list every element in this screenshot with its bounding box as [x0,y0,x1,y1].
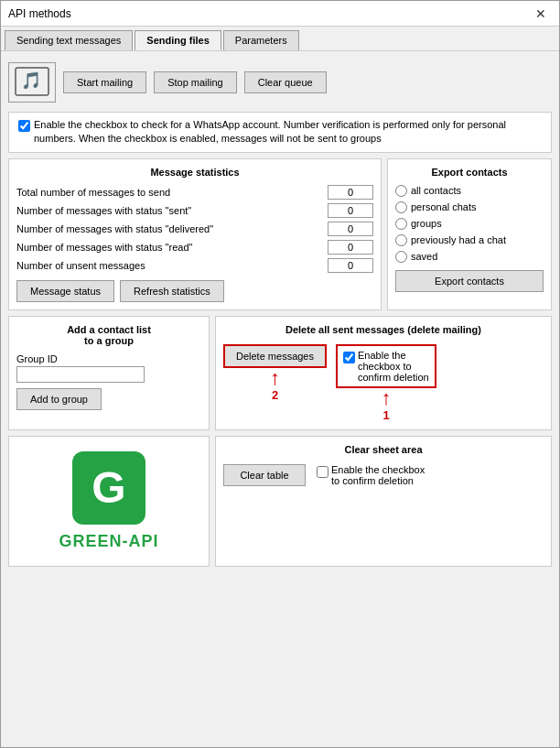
stat-label-1: Number of messages with status "sent" [16,205,191,216]
verification-label: Enable the checkbox to check for a Whats… [34,118,542,146]
export-radio-0[interactable] [395,185,407,197]
export-label-2: groups [411,218,442,229]
export-title: Export contacts [395,167,544,178]
confirm-deletion-checkbox[interactable] [343,352,355,363]
tab-sending-text[interactable]: Sending text messages [5,30,133,50]
stat-value-3[interactable] [328,240,373,255]
title-bar: API methods ✕ [1,1,559,27]
arrow-down-icon: ↑ [382,388,392,408]
stop-mailing-button[interactable]: Stop mailing [154,71,237,93]
clear-confirm-checkbox[interactable] [317,466,328,478]
green-api-label: GREEN-API [59,532,158,551]
add-to-group-panel: Add a contact list to a group Group ID A… [8,316,210,430]
export-panel: Export contacts all contacts personal ch… [387,158,552,310]
tab-parameters[interactable]: Parameters [223,30,299,50]
add-to-group-button[interactable]: Add to group [16,388,102,410]
main-window: API methods ✕ Sending text messages Send… [0,0,560,748]
stats-title: Message statistics [16,167,373,178]
export-radio-2[interactable] [395,218,407,230]
confirm-deletion-label: Enable the checkbox to confirm deletion [358,350,429,383]
stat-value-0[interactable] [328,185,373,200]
stat-row-2: Number of messages with status "delivere… [16,222,373,236]
clear-panel: Clear sheet area Clear table Enable the … [215,436,552,567]
arrow-up-icon: ↑ [270,368,280,388]
export-radio-3[interactable] [395,234,407,246]
stat-value-2[interactable] [328,222,373,236]
clear-area: Clear table Enable the checkbox to confi… [223,464,544,486]
clear-confirm-label: Enable the checkbox to confirm deletion [331,464,426,486]
delete-area: Delete messages ↑ 2 Enable the checkbox … [223,344,544,422]
export-label-3: previously had a chat [411,234,506,245]
stats-buttons: Message status Refresh statistics [16,280,373,302]
stat-value-4[interactable] [328,258,373,273]
clear-panel-title: Clear sheet area [223,444,544,455]
contact-panel-title: Add a contact list to a group [16,324,201,346]
message-status-button[interactable]: Message status [16,280,114,302]
export-radio-1[interactable] [395,201,407,213]
export-option-3: previously had a chat [395,234,544,246]
main-content: 🎵 Start mailing Stop mailing Clear queue… [1,51,559,747]
export-label-0: all contacts [411,185,461,196]
svg-text:🎵: 🎵 [21,70,42,91]
stats-panel: Message statistics Total number of messa… [8,158,382,310]
clear-table-button[interactable]: Clear table [223,464,306,486]
delete-panel: Delete all sent messages (delete mailing… [215,316,552,430]
export-option-2: groups [395,218,544,230]
close-button[interactable]: ✕ [530,5,552,23]
stat-label-3: Number of messages with status "read" [16,242,192,253]
app-logo-icon: 🎵 [8,62,56,103]
start-mailing-button[interactable]: Start mailing [63,71,146,93]
verification-checkbox[interactable] [18,120,30,132]
bottom-panels-row2: G GREEN-API Clear sheet area Clear table… [8,436,552,567]
green-g-logo: G [72,451,145,525]
export-radio-4[interactable] [395,251,407,263]
arrow1-label: 1 [382,408,389,422]
stat-row-1: Number of messages with status "sent" [16,203,373,218]
stat-value-1[interactable] [328,203,373,218]
group-id-input[interactable] [16,366,145,383]
export-label-1: personal chats [411,201,477,212]
logo-section: G GREEN-API [8,436,210,567]
stat-row-3: Number of messages with status "read" [16,240,373,255]
tab-sending-files[interactable]: Sending files [135,30,221,50]
stat-label-2: Number of messages with status "delivere… [16,223,213,234]
stat-row-0: Total number of messages to send [16,185,373,200]
stat-row-4: Number of unsent messages [16,258,373,273]
stats-export-panels: Message statistics Total number of messa… [8,158,552,310]
arrow2-label: 2 [272,388,278,402]
export-contacts-button[interactable]: Export contacts [395,270,544,292]
clear-confirm-section: Enable the checkbox to confirm deletion [317,464,426,486]
confirm-deletion-box: Enable the checkbox to confirm deletion [336,344,436,388]
group-id-label: Group ID [16,353,201,364]
tabs-bar: Sending text messages Sending files Para… [1,27,559,51]
bottom-panels-row1: Add a contact list to a group Group ID A… [8,316,552,430]
stat-label-4: Number of unsent messages [16,260,145,271]
stat-label-0: Total number of messages to send [16,187,170,198]
clear-queue-button[interactable]: Clear queue [244,71,327,93]
delete-messages-button[interactable]: Delete messages [223,344,327,368]
refresh-statistics-button[interactable]: Refresh statistics [120,280,224,302]
window-title: API methods [8,7,71,20]
delete-panel-title: Delete all sent messages (delete mailing… [223,324,544,335]
export-option-4: saved [395,251,544,263]
export-label-4: saved [411,251,437,262]
export-option-0: all contacts [395,185,544,197]
verification-checkbox-section: Enable the checkbox to check for a Whats… [8,112,552,153]
delete-btn-wrapper: Delete messages ↑ 2 [223,344,327,402]
top-toolbar: 🎵 Start mailing Stop mailing Clear queue [8,59,552,106]
export-option-1: personal chats [395,201,544,213]
